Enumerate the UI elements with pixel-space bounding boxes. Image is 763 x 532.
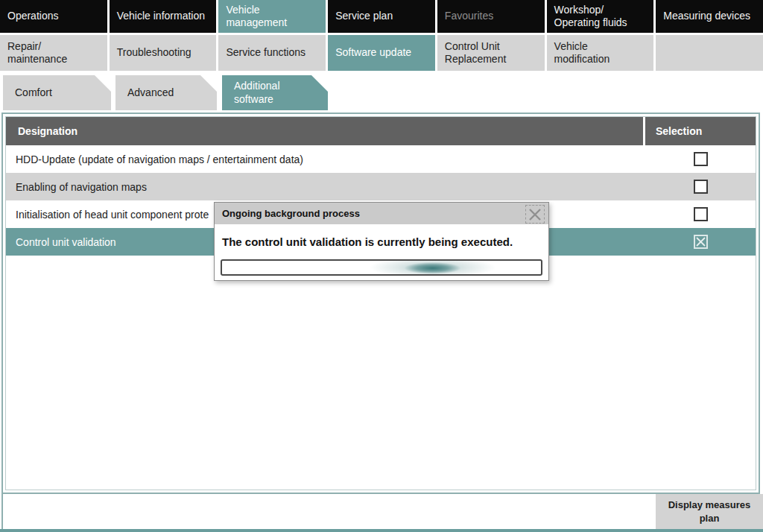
software-table-panel: Designation Selection HDD-Update (update… (1, 113, 760, 494)
nav-repair-maintenance[interactable]: Repair/ maintenance (0, 35, 107, 71)
nav-troubleshooting[interactable]: Troubleshooting (110, 35, 217, 71)
checkbox-control-unit-validation[interactable] (694, 235, 708, 249)
footer-strip (0, 494, 763, 529)
nav-vehicle-information[interactable]: Vehicle information (110, 0, 217, 33)
checkbox-hdd-update[interactable] (694, 152, 708, 166)
bottom-accent-bar (0, 529, 763, 532)
nav-workshop-operating-fluids[interactable]: Workshop/ Operating fluids (547, 0, 654, 33)
checkmark-x-icon (695, 236, 706, 247)
nav-control-unit-replacement[interactable]: Control Unit Replacement (437, 35, 545, 71)
progress-bar (221, 259, 542, 276)
frame-left-edge (1, 494, 3, 529)
column-header-selection: Selection (645, 117, 756, 145)
nav-favourites: Favourites (437, 0, 545, 33)
ista-application-window: Operations Vehicle information Vehicle m… (0, 0, 763, 532)
dialog-message: The control unit validation is currently… (222, 235, 541, 248)
nav-software-update[interactable]: Software update (328, 35, 435, 71)
table-row-hdd-update[interactable]: HDD-Update (update of navigation maps / … (6, 145, 756, 173)
tab-additional-software[interactable]: Additional software (222, 75, 328, 110)
column-header-designation: Designation (6, 117, 643, 145)
tab-comfort[interactable]: Comfort (3, 75, 111, 110)
nav-operations[interactable]: Operations (0, 0, 107, 33)
tab-advanced[interactable]: Advanced (115, 75, 217, 110)
progress-indicator-blob (222, 261, 541, 274)
nav-measuring-devices[interactable]: Measuring devices (656, 0, 763, 33)
ongoing-background-process-dialog: Ongoing background process The control u… (214, 202, 549, 281)
dialog-close-button[interactable] (525, 205, 545, 224)
nav-vehicle-modification[interactable]: Vehicle modification (547, 35, 654, 71)
primary-nav: Operations Vehicle information Vehicle m… (0, 0, 763, 33)
dialog-title: Ongoing background process (222, 208, 360, 219)
table-row-enabling-navigation-maps[interactable]: Enabling of navigation maps (6, 173, 756, 200)
dialog-titlebar: Ongoing background process (215, 203, 548, 226)
checkbox-enabling-navigation-maps[interactable] (694, 180, 708, 194)
nav-vehicle-management[interactable]: Vehicle management (218, 0, 326, 33)
nav-service-plan[interactable]: Service plan (328, 0, 435, 33)
secondary-nav: Repair/ maintenance Troubleshooting Serv… (0, 35, 763, 71)
nav-service-functions[interactable]: Service functions (218, 35, 326, 71)
nav-empty-cell (656, 35, 763, 71)
table-header: Designation Selection (6, 117, 756, 145)
checkbox-initialisation-head-unit[interactable] (694, 207, 708, 221)
close-x-icon (528, 208, 542, 221)
display-measures-plan-button[interactable]: Display measures plan (656, 494, 763, 529)
